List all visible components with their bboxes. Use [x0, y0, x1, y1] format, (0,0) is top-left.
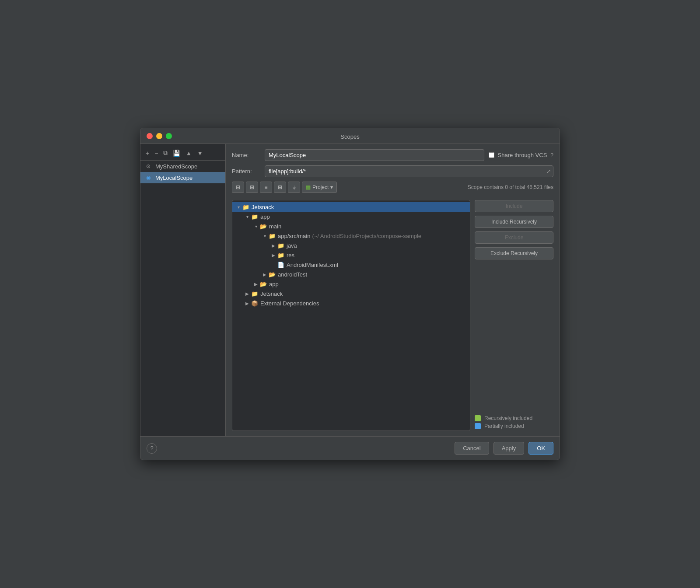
pattern-label: Pattern: [232, 168, 260, 175]
tree-node-external-deps[interactable]: ▶ 📦 External Dependencies [232, 298, 470, 308]
project-label: Project [312, 184, 329, 190]
tree-node-jetsnack-2[interactable]: ▶ 📁 Jetsnack [232, 289, 470, 298]
tree-node-android-manifest[interactable]: 📄 AndroidManifest.xml [232, 260, 470, 270]
exclude-recursively-button[interactable]: Exclude Recursively [475, 247, 553, 259]
move-up-button[interactable]: ▲ [184, 149, 193, 158]
sidebar-toolbar: + − ⧉ 💾 ▲ ▼ [140, 146, 225, 161]
help-button[interactable]: ? [147, 443, 157, 454]
add-scope-button[interactable]: + [144, 149, 151, 158]
node-label-app-2: app [269, 281, 279, 287]
node-label-android-test: androidTest [278, 271, 307, 278]
folder-icon: 📁 [251, 213, 259, 220]
folder-icon-java: 📁 [277, 242, 285, 249]
up-icon: ▲ [186, 150, 192, 157]
legend-label-recursively: Recursively included [484, 415, 532, 421]
folder-icon-android-test: 📂 [268, 271, 276, 278]
save-scope-button[interactable]: 💾 [171, 149, 182, 158]
group-icon: ⊞ [278, 184, 282, 190]
move-down-button[interactable]: ▼ [195, 149, 205, 158]
tree-node-main-1[interactable]: ▾ 📂 main [232, 221, 470, 231]
arrow-android-test: ▶ [261, 272, 268, 277]
folder-open-icon: 📁 [242, 203, 250, 210]
sidebar-item-my-shared-scope[interactable]: ⊙ MySharedScope [140, 161, 225, 172]
cancel-button[interactable]: Cancel [455, 442, 489, 455]
ok-button[interactable]: OK [528, 442, 553, 455]
arrow-app-2: ▶ [252, 282, 259, 287]
node-label-extra-src: (~/ AndroidStudioProjects/compose-sample [312, 233, 421, 239]
node-label-res: res [287, 252, 294, 259]
copy-icon: ⧉ [163, 149, 168, 157]
tree-node-app-src-main[interactable]: ▾ 📁 app/src/main (~/ AndroidStudioProjec… [232, 231, 470, 241]
remove-scope-button[interactable]: − [153, 149, 160, 158]
main-content: Name: Share through VCS ? Pattern: ⤢ [226, 144, 560, 436]
save-icon: 💾 [173, 150, 180, 157]
add-icon: + [146, 150, 149, 157]
apply-button[interactable]: Apply [494, 442, 525, 455]
exclude-button[interactable]: Exclude [475, 231, 553, 244]
sidebar-item-label: MyLocalScope [155, 175, 192, 181]
arrow-main-1: ▾ [252, 224, 259, 229]
folder-icon-jetsnack-2: 📁 [251, 290, 259, 297]
scopes-dialog: Scopes + − ⧉ 💾 ▲ [140, 128, 560, 460]
arrow-app-1: ▾ [244, 214, 251, 219]
pattern-row: Pattern: ⤢ [232, 165, 553, 177]
window-controls [147, 133, 172, 139]
collapse-all-button[interactable]: ⊟ [232, 182, 244, 193]
name-input[interactable] [265, 149, 484, 161]
project-dropdown[interactable]: ▦ Project ▾ [302, 182, 337, 193]
node-label-app-1: app [260, 214, 270, 220]
arrow-external-deps: ▶ [244, 301, 251, 306]
include-recursively-button[interactable]: Include Recursively [475, 216, 553, 228]
copy-scope-button[interactable]: ⧉ [161, 148, 169, 158]
filter-icon: ⏚ [293, 184, 296, 190]
tree-panel-row: ▾ 📁 Jetsnack ▾ 📁 app ▾ [232, 200, 553, 431]
down-icon: ▼ [197, 150, 203, 157]
minus-icon: − [154, 150, 158, 157]
pattern-input[interactable] [265, 165, 553, 177]
dropdown-arrow-icon: ▾ [330, 184, 333, 190]
tree-node-android-test[interactable]: ▶ 📂 androidTest [232, 270, 470, 279]
bottom-right: Cancel Apply OK [455, 442, 553, 455]
include-button[interactable]: Include [475, 200, 553, 212]
legend-color-blue [475, 423, 481, 429]
file-tree[interactable]: ▾ 📁 Jetsnack ▾ 📁 app ▾ [232, 200, 470, 431]
folder-icon-main: 📂 [259, 223, 267, 230]
tree-node-java[interactable]: ▶ 📁 java [232, 241, 470, 250]
pattern-input-wrapper: ⤢ [265, 165, 553, 177]
title-bar: Scopes [140, 128, 560, 144]
node-label-main-1: main [269, 223, 281, 230]
bottom-bar: ? Cancel Apply OK [140, 436, 560, 460]
tree-node-app-1[interactable]: ▾ 📁 app [232, 212, 470, 221]
deps-icon: 📦 [251, 300, 259, 307]
folder-icon-app-2: 📂 [259, 280, 267, 287]
close-button[interactable] [147, 133, 153, 139]
tree-node-app-2[interactable]: ▶ 📂 app [232, 279, 470, 289]
dialog-body: + − ⧉ 💾 ▲ ▼ ⊙ MySha [140, 144, 560, 436]
expand-pattern-button[interactable]: ⤢ [546, 168, 551, 175]
sidebar-item-my-local-scope[interactable]: ◉ MyLocalScope [140, 172, 225, 183]
maximize-button[interactable] [166, 133, 172, 139]
folder-open-icon-src: 📁 [268, 232, 276, 239]
share-through-vcs-checkbox[interactable] [489, 152, 494, 158]
node-label-jetsnack-root: Jetsnack [252, 204, 274, 210]
node-label-manifest: AndroidManifest.xml [287, 262, 338, 268]
minimize-button[interactable] [156, 133, 162, 139]
legend-item-partially-included: Partially included [475, 423, 553, 429]
share-through-vcs-label: Share through VCS [498, 152, 547, 158]
filter-button[interactable]: ⏚ [288, 182, 300, 193]
arrow-java: ▶ [270, 243, 277, 248]
name-label: Name: [232, 152, 260, 158]
legend: Recursively included Partially included [475, 411, 553, 431]
arrow-jetsnack-root: ▾ [235, 205, 242, 210]
tree-node-jetsnack-root[interactable]: ▾ 📁 Jetsnack [232, 202, 470, 212]
name-row: Name: Share through VCS ? [232, 149, 553, 161]
share-help-icon[interactable]: ? [550, 152, 553, 158]
expand-all-button[interactable]: ⊞ [246, 182, 258, 193]
flatten-button[interactable]: ≡ [260, 182, 272, 193]
collapse-icon: ⊟ [236, 184, 240, 190]
share-checkbox-row: Share through VCS ? [489, 152, 553, 158]
group-button[interactable]: ⊞ [274, 182, 286, 193]
arrow-jetsnack-2: ▶ [244, 291, 251, 296]
scope-info: Scope contains 0 of total 46,521 files [468, 184, 553, 190]
tree-node-res[interactable]: ▶ 📁 res [232, 250, 470, 260]
